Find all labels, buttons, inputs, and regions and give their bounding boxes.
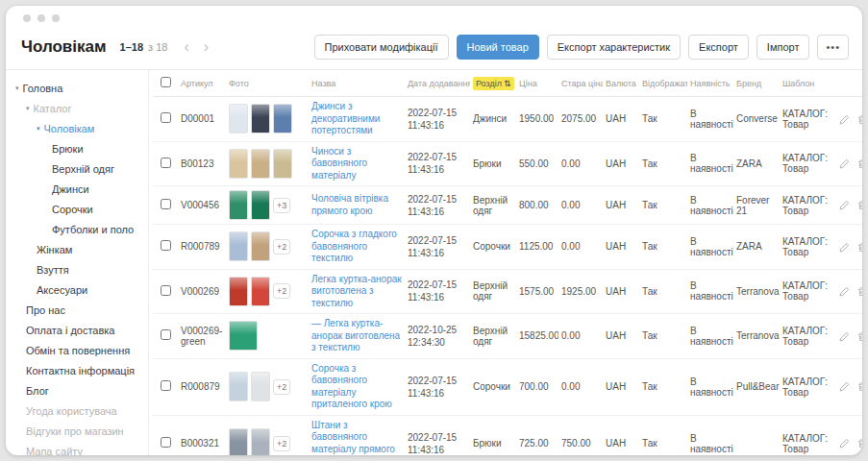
row-checkbox[interactable] xyxy=(161,158,171,168)
edit-button[interactable] xyxy=(839,331,850,342)
product-name-link[interactable]: Штани з бавовняного матеріалу прямого кр… xyxy=(311,420,402,456)
product-name-link[interactable]: Сорочка з гладкого бавовняного текстилю xyxy=(311,229,402,265)
sidebar-item[interactable]: Оплата і доставка xyxy=(15,320,148,340)
product-name-link[interactable]: Чоловіча вітрівка прямого крою xyxy=(311,193,402,217)
sidebar-item[interactable]: Брюки xyxy=(15,138,148,158)
delete-button[interactable] xyxy=(856,242,862,253)
product-thumbnail[interactable] xyxy=(251,231,270,261)
product-photos[interactable]: +2 xyxy=(229,277,306,306)
sidebar-item[interactable]: Відгуки про магазин xyxy=(15,421,148,441)
sidebar-item[interactable]: ▾Чоловікам xyxy=(15,118,148,138)
row-checkbox[interactable] xyxy=(161,285,171,296)
window-close-button[interactable] xyxy=(23,14,31,22)
product-name-link[interactable]: Сорочка з бавовняного матеріалу притален… xyxy=(311,363,402,411)
product-name-link[interactable]: Легка куртка-анорак виготовлена з тексти… xyxy=(311,274,402,310)
sidebar-item[interactable]: Угода користувача xyxy=(15,400,148,421)
row-checkbox[interactable] xyxy=(161,329,171,340)
edit-button[interactable] xyxy=(839,114,850,125)
select-all-checkbox[interactable] xyxy=(161,77,171,87)
sidebar-item[interactable]: Футболки и поло xyxy=(15,219,148,239)
product-thumbnail[interactable] xyxy=(273,104,292,133)
product-photos[interactable] xyxy=(229,104,306,133)
more-photos-badge[interactable]: +2 xyxy=(273,283,290,299)
sidebar-item[interactable]: Мапа сайту xyxy=(15,441,148,455)
delete-button[interactable] xyxy=(856,158,862,169)
sidebar-item[interactable]: Обмін та повернення xyxy=(15,340,148,360)
column-header[interactable]: Артикул xyxy=(178,70,226,97)
row-checkbox[interactable] xyxy=(161,240,171,251)
delete-button[interactable] xyxy=(856,286,862,297)
product-photos[interactable]: +2 xyxy=(229,428,306,455)
more-photos-badge[interactable]: +2 xyxy=(273,379,290,395)
sidebar-item[interactable]: ▾Головна xyxy=(15,78,148,98)
product-thumbnail[interactable] xyxy=(251,104,270,133)
product-thumbnail[interactable] xyxy=(229,277,248,306)
product-thumbnail[interactable] xyxy=(229,428,248,455)
product-thumbnail[interactable] xyxy=(251,372,270,401)
product-photos[interactable]: +2 xyxy=(229,231,306,261)
column-header[interactable]: Шаблон xyxy=(780,70,830,97)
sidebar-item[interactable]: Взуття xyxy=(15,259,148,279)
delete-button[interactable] xyxy=(856,438,862,449)
product-thumbnail[interactable] xyxy=(229,372,248,401)
import-button[interactable]: Імпорт xyxy=(756,35,810,60)
more-actions-button[interactable]: ••• xyxy=(817,35,849,60)
row-checkbox[interactable] xyxy=(161,380,171,391)
sort-icon[interactable]: ⇅ xyxy=(504,79,511,88)
delete-button[interactable] xyxy=(856,114,862,125)
column-header[interactable]: Відображати xyxy=(639,70,687,97)
delete-button[interactable] xyxy=(856,331,862,342)
product-thumbnail[interactable] xyxy=(251,277,270,306)
product-name-link[interactable]: — Легка куртка-анорак виготовлена з текс… xyxy=(311,318,402,354)
column-header[interactable]: Назва xyxy=(309,70,405,97)
product-name-link[interactable]: Чиноси з бавовняного матеріалу xyxy=(311,146,402,182)
row-checkbox[interactable] xyxy=(161,112,171,123)
column-header[interactable]: Стара ціна xyxy=(558,70,603,97)
sidebar-item[interactable]: Про нас xyxy=(15,300,148,320)
product-photos[interactable] xyxy=(229,321,306,351)
sidebar-item[interactable]: Джинси xyxy=(15,179,148,199)
product-name-link[interactable]: Джинси з декоративними потертостями xyxy=(311,101,402,137)
product-photos[interactable]: +2 xyxy=(229,372,306,401)
product-thumbnail[interactable] xyxy=(229,190,248,220)
more-photos-badge[interactable]: +2 xyxy=(273,239,290,255)
sidebar-item[interactable]: ▾Каталог xyxy=(15,98,148,118)
more-photos-badge[interactable]: +3 xyxy=(273,198,290,213)
delete-button[interactable] xyxy=(856,200,862,210)
export-characteristics-button[interactable]: Експорт характеристик xyxy=(547,35,681,60)
product-thumbnail[interactable] xyxy=(273,149,292,179)
product-thumbnail[interactable] xyxy=(229,321,258,351)
column-header[interactable]: Ціна xyxy=(516,70,558,97)
column-header[interactable]: Бренд xyxy=(733,70,780,97)
column-header[interactable]: Фото xyxy=(226,70,309,97)
column-header[interactable]: Дата додавання xyxy=(405,70,470,97)
product-thumbnail[interactable] xyxy=(229,231,248,261)
edit-button[interactable] xyxy=(839,381,850,392)
edit-button[interactable] xyxy=(839,242,850,253)
sidebar-item[interactable]: Блог xyxy=(15,380,148,400)
sidebar-item[interactable]: Жінкам xyxy=(15,239,148,259)
product-thumbnail[interactable] xyxy=(229,104,248,133)
more-photos-badge[interactable]: +2 xyxy=(273,436,290,451)
edit-button[interactable] xyxy=(839,438,850,449)
product-photos[interactable] xyxy=(229,149,306,179)
pagination-next-button[interactable]: › xyxy=(198,39,214,55)
column-header[interactable]: Розділ⇅ xyxy=(470,70,516,97)
column-header[interactable]: Валюта xyxy=(603,70,639,97)
sidebar-item[interactable]: Верхній одяг xyxy=(15,158,148,179)
product-thumbnail[interactable] xyxy=(251,190,270,220)
product-thumbnail[interactable] xyxy=(229,149,248,179)
sidebar-item[interactable]: Сорочки xyxy=(15,199,148,219)
pagination-prev-button[interactable]: ‹ xyxy=(178,39,194,55)
hide-modifications-button[interactable]: Приховати модифікації xyxy=(314,35,449,60)
window-zoom-button[interactable] xyxy=(52,14,60,22)
row-checkbox[interactable] xyxy=(161,437,171,448)
product-photos[interactable]: +3 xyxy=(229,190,306,220)
sidebar-item[interactable]: Контактна інформація xyxy=(15,360,148,380)
new-product-button[interactable]: Новий товар xyxy=(457,35,539,60)
edit-button[interactable] xyxy=(839,158,850,169)
window-minimize-button[interactable] xyxy=(37,14,45,22)
product-thumbnail[interactable] xyxy=(251,428,270,455)
sidebar-item[interactable]: Аксесуари xyxy=(15,279,148,300)
column-header[interactable]: Наявність xyxy=(687,70,733,97)
